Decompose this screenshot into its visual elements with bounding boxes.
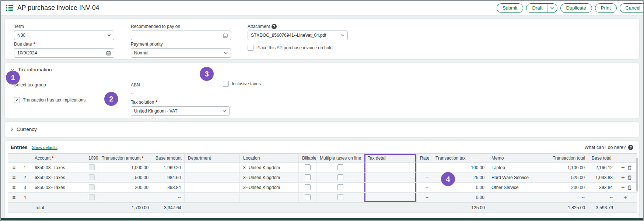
department-cell[interactable] (185, 193, 240, 203)
txtotal-cell[interactable]: 1,100.00 (549, 163, 588, 173)
billable-checkbox[interactable] (305, 184, 311, 190)
txtax-cell[interactable]: 0.00 (432, 193, 488, 203)
rate-cell[interactable]: -- (417, 183, 432, 193)
multiple-taxes-checkbox[interactable] (337, 164, 343, 170)
tax-detail-cell[interactable] (364, 183, 417, 193)
txamount-cell[interactable] (98, 193, 152, 203)
location-cell[interactable]: 3--United Kingdom (240, 183, 299, 193)
action-buttons: Submit Draft Duplicate Print Cancel (497, 3, 643, 13)
baseamount-cell[interactable]: 1,969.20 (152, 163, 185, 173)
account-cell[interactable]: 6850.03--Taxes (31, 183, 85, 193)
print-button[interactable]: Print (595, 3, 617, 13)
cancel-button[interactable]: Cancel (620, 3, 644, 13)
memo-cell[interactable] (488, 193, 549, 203)
abn-value: -- (131, 90, 223, 96)
calendar-icon[interactable] (223, 33, 228, 38)
txtotal-cell[interactable]: 525.00 (549, 173, 588, 183)
basetotal-cell[interactable]: 1,033.83 (588, 173, 616, 183)
account-cell[interactable] (31, 193, 85, 203)
show-defaults-link[interactable]: Show defaults (32, 145, 57, 150)
add-row-icon[interactable]: + (621, 164, 625, 171)
drag-handle-icon[interactable]: ≡ (13, 164, 16, 171)
add-row-icon[interactable]: + (621, 184, 625, 191)
num-cell: 4 (20, 193, 31, 203)
tax-detail-cell[interactable] (364, 163, 417, 173)
add-row-icon[interactable]: + (623, 194, 627, 201)
duplicate-button[interactable]: Duplicate (560, 3, 592, 13)
memo-cell[interactable]: Laptop (488, 163, 549, 173)
add-row-icon[interactable]: + (621, 174, 625, 181)
baseamount-cell[interactable]: 393.84 (152, 183, 185, 193)
chevron-down-icon (107, 34, 111, 36)
txamount-cell[interactable]: 200.00 (98, 183, 152, 193)
account-cell[interactable]: 6850.03--Taxes (31, 163, 85, 173)
delete-row-icon[interactable] (627, 185, 632, 190)
multiple-taxes-checkbox[interactable] (337, 174, 343, 180)
tax-implications-checkbox[interactable] (14, 97, 20, 103)
baseamount-cell[interactable]: 984.60 (152, 173, 185, 183)
what-can-i-do-link[interactable]: What can I do here? ? (584, 145, 633, 150)
billable-checkbox[interactable] (305, 194, 311, 200)
multiple-taxes-checkbox[interactable] (337, 184, 343, 190)
draft-dropdown-chevron-icon[interactable] (547, 4, 557, 13)
c1099-cell (85, 173, 98, 183)
location-cell[interactable]: 3--United Kingdom (240, 163, 299, 173)
tax-information-panel: Tax information Select tax group Transac… (4, 63, 640, 118)
attachment-select[interactable]: STXDOC_856076941--LineVat_04.pdf (248, 31, 348, 40)
column-header-account: Account * (31, 153, 85, 163)
tax-solution-select[interactable]: United Kingdom - VAT (131, 106, 230, 116)
currency-panel: Currency (4, 121, 640, 138)
department-cell[interactable] (185, 173, 240, 183)
multiple-taxes-checkbox[interactable] (337, 194, 343, 200)
submit-button[interactable]: Submit (497, 3, 523, 13)
drag-handle-icon[interactable]: ≡ (13, 194, 16, 200)
tax-detail-cell[interactable] (364, 193, 417, 203)
baseamount-cell[interactable]: -- (152, 193, 185, 203)
billable-checkbox[interactable] (305, 174, 311, 180)
memo-cell[interactable]: Hard Ware Service (488, 173, 549, 183)
txtax-cell[interactable]: 0.00 (432, 183, 488, 193)
calendar-icon[interactable] (106, 51, 111, 56)
rate-cell[interactable]: -- (417, 173, 432, 183)
tax-detail-cell[interactable] (364, 173, 417, 183)
txtax-cell[interactable]: 100.00 (432, 163, 488, 173)
basetotal-cell[interactable]: -- (588, 193, 616, 203)
actions-cell: + (616, 173, 637, 183)
column-header-num (20, 153, 31, 163)
table-scrollbar[interactable] (636, 158, 638, 192)
tax-information-header[interactable]: Tax information (5, 63, 639, 76)
delete-row-icon[interactable] (627, 175, 632, 180)
due-date-input[interactable]: 10/9/2024 (14, 48, 114, 58)
txtax-cell[interactable]: 25.00 (432, 173, 488, 183)
txamount-cell[interactable]: 500.00 (98, 173, 152, 183)
basetotal-cell[interactable]: 393.84 (588, 183, 616, 193)
menu-icon[interactable] (6, 5, 13, 11)
location-cell[interactable]: 3--United Kingdom (240, 173, 299, 183)
hold-checkbox[interactable] (248, 45, 253, 51)
delete-row-icon[interactable] (627, 165, 632, 170)
help-icon[interactable]: ? (272, 24, 277, 29)
drag-cell: ≡ (8, 193, 20, 203)
txamount-cell[interactable]: 1,000.00 (98, 163, 152, 173)
memo-cell[interactable]: Other Service (488, 183, 549, 193)
recommended-pay-input[interactable] (131, 31, 231, 40)
txtotal-cell[interactable]: -- (549, 193, 588, 203)
rate-cell[interactable]: -- (417, 193, 432, 203)
account-cell[interactable]: 6850.03--Taxes (31, 173, 85, 183)
inclusive-taxes-checkbox[interactable] (223, 81, 229, 87)
txtotal-cell[interactable]: 200.00 (549, 183, 588, 193)
billable-checkbox[interactable] (305, 164, 311, 170)
basetotal-cell[interactable]: 2,166.12 (588, 163, 616, 173)
currency-header[interactable]: Currency (5, 122, 639, 135)
payment-priority-select[interactable]: Normal (131, 48, 231, 58)
department-cell[interactable] (185, 183, 240, 193)
drag-handle-icon[interactable]: ≡ (13, 174, 16, 181)
drag-handle-icon[interactable]: ≡ (13, 184, 16, 190)
rate-cell[interactable]: -- (417, 163, 432, 173)
actions-cell: + (616, 193, 637, 203)
department-cell[interactable] (185, 163, 240, 173)
term-select[interactable]: N30 (14, 31, 114, 40)
location-cell[interactable] (240, 193, 299, 203)
app-window: AP purchase invoice INV-04 Submit Draft … (0, 0, 644, 221)
draft-button[interactable]: Draft (526, 3, 557, 13)
